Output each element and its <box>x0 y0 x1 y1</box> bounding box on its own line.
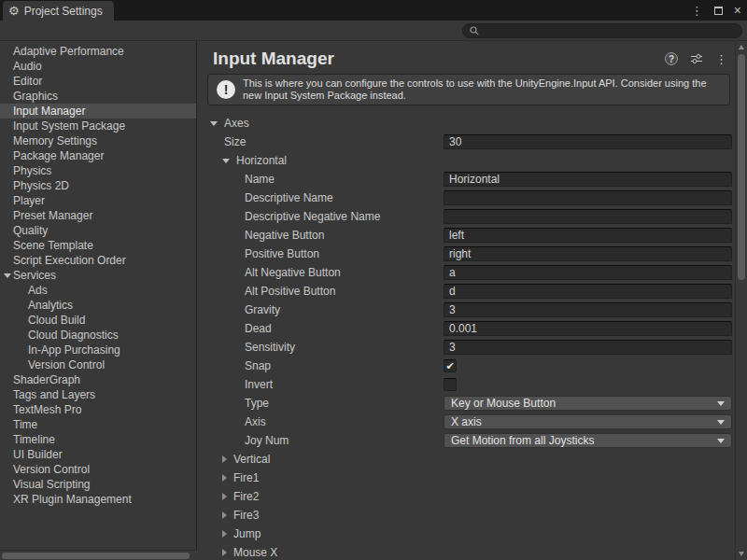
negative-button-field[interactable] <box>444 228 732 243</box>
foldout-row-mouse-x[interactable]: Mouse X <box>197 543 735 560</box>
foldout-arrow-icon[interactable] <box>222 549 227 556</box>
sidebar-item-shadergraph[interactable]: ShaderGraph <box>0 372 196 387</box>
foldout-arrow-icon[interactable] <box>222 511 227 519</box>
foldout-arrow-icon[interactable] <box>222 455 227 463</box>
search-box[interactable] <box>462 23 742 38</box>
property-label: Size <box>224 135 246 148</box>
sidebar-item-services-cloud-build[interactable]: Cloud Build <box>0 313 196 328</box>
vertical-scroll-thumb[interactable] <box>738 54 745 280</box>
foldout-row-fire3[interactable]: Fire3 <box>197 506 735 525</box>
size-field[interactable] <box>444 134 732 149</box>
type-dropdown[interactable]: Key or Mouse Button <box>444 396 732 411</box>
sensitivity-field[interactable] <box>444 340 732 355</box>
sidebar-item-physics[interactable]: Physics <box>0 163 196 178</box>
kebab-menu-icon[interactable]: ⋮ <box>715 52 727 66</box>
name-field[interactable] <box>444 172 732 187</box>
sidebar-item-label: Version Control <box>28 358 105 371</box>
foldout-row-axes[interactable]: Axes <box>197 114 735 133</box>
label-cell: Positive Button <box>197 247 444 260</box>
tab-project-settings[interactable]: ⚙ Project Settings <box>3 1 114 21</box>
sidebar-item-version-control[interactable]: Version Control <box>0 462 196 477</box>
sidebar-item-physics-2d[interactable]: Physics 2D <box>0 178 196 193</box>
sidebar-item-time[interactable]: Time <box>0 417 196 432</box>
descriptive-negative-name-field[interactable] <box>444 209 732 224</box>
sidebar-item-label: UI Builder <box>13 448 63 461</box>
foldout-arrow-icon[interactable] <box>222 493 227 500</box>
foldout-arrow-icon[interactable] <box>222 474 227 482</box>
sidebar-item-input-manager[interactable]: Input Manager <box>0 104 196 119</box>
sidebar-item-services-analytics[interactable]: Analytics <box>0 298 196 313</box>
sidebar-item-timeline[interactable]: Timeline <box>0 432 196 447</box>
invert-checkbox[interactable] <box>444 378 457 391</box>
sidebar-item-services-in-app-purchasing[interactable]: In-App Purchasing <box>0 343 196 357</box>
preset-sliders-icon[interactable] <box>690 53 703 64</box>
sidebar-item-package-manager[interactable]: Package Manager <box>0 148 196 163</box>
sidebar-item-input-system-package[interactable]: Input System Package <box>0 119 196 133</box>
property-label: Fire1 <box>233 471 259 484</box>
sidebar-item-label: Visual Scripting <box>13 478 91 491</box>
property-label: Positive Button <box>245 247 319 260</box>
label-cell: Negative Button <box>197 229 444 242</box>
label-cell: Type <box>197 397 444 410</box>
sidebar-item-editor[interactable]: Editor <box>0 74 196 89</box>
sidebar-item-services[interactable]: Services <box>0 268 196 283</box>
sidebar-item-graphics[interactable]: Graphics <box>0 89 196 104</box>
foldout-arrow-icon[interactable] <box>4 273 11 278</box>
dead-field[interactable] <box>444 321 732 336</box>
sidebar-horizontal-scrollbar[interactable] <box>0 550 197 560</box>
sidebar-item-ui-builder[interactable]: UI Builder <box>0 447 196 462</box>
foldout-row-jump[interactable]: Jump <box>197 525 735 543</box>
horizontal-scroll-thumb[interactable] <box>2 553 190 559</box>
sidebar-item-textmesh-pro[interactable]: TextMesh Pro <box>0 402 196 417</box>
help-icon[interactable]: ? <box>665 52 678 65</box>
sidebar-item-xr-plugin-management[interactable]: XR Plugin Management <box>0 492 196 507</box>
scroll-down-icon[interactable] <box>739 552 744 556</box>
property-label: Vertical <box>233 453 270 466</box>
sidebar-item-preset-manager[interactable]: Preset Manager <box>0 208 196 223</box>
gravity-field[interactable] <box>444 302 732 317</box>
scroll-up-icon[interactable] <box>739 45 744 49</box>
sidebar-item-tags-and-layers[interactable]: Tags and Layers <box>0 387 196 402</box>
alt-positive-button-field[interactable] <box>444 284 732 299</box>
foldout-row-horizontal[interactable]: Horizontal <box>197 151 735 170</box>
close-icon[interactable]: × <box>734 4 741 17</box>
property-label: Horizontal <box>236 154 287 167</box>
descriptive-name-field[interactable] <box>444 190 732 205</box>
sidebar-item-visual-scripting[interactable]: Visual Scripting <box>0 477 196 492</box>
foldout-arrow-icon[interactable] <box>210 121 218 126</box>
foldout-row-fire2[interactable]: Fire2 <box>197 487 735 506</box>
sidebar-item-quality[interactable]: Quality <box>0 223 196 238</box>
sidebar-item-player[interactable]: Player <box>0 193 196 208</box>
property-label: Negative Button <box>245 229 324 242</box>
positive-button-field[interactable] <box>444 246 732 261</box>
sidebar-item-services-ads[interactable]: Ads <box>0 283 196 298</box>
search-input[interactable] <box>483 25 735 36</box>
sidebar-item-script-execution-order[interactable]: Script Execution Order <box>0 253 196 268</box>
sidebar-item-services-cloud-diagnostics[interactable]: Cloud Diagnostics <box>0 328 196 343</box>
property-label: Name <box>245 173 275 186</box>
sidebar-item-audio[interactable]: Audio <box>0 59 196 74</box>
sidebar-item-label: ShaderGraph <box>13 373 80 386</box>
maximize-icon[interactable] <box>714 7 723 15</box>
joy-num-dropdown[interactable]: Get Motion from all Joysticks <box>444 433 732 448</box>
search-icon <box>470 26 479 35</box>
snap-checkbox[interactable]: ✔ <box>444 359 457 372</box>
sidebar-item-memory-settings[interactable]: Memory Settings <box>0 133 196 148</box>
property-label: Joy Num <box>245 434 289 447</box>
sidebar-item-services-version-control[interactable]: Version Control <box>0 357 196 372</box>
label-cell: Fire3 <box>197 509 444 522</box>
property-row-joy-num: Joy NumGet Motion from all Joysticks <box>197 431 735 450</box>
foldout-arrow-icon[interactable] <box>222 530 227 538</box>
sidebar-item-adaptive-performance[interactable]: Adaptive Performance <box>0 44 196 59</box>
property-label: Descriptive Negative Name <box>245 210 380 223</box>
foldout-arrow-icon[interactable] <box>222 159 230 163</box>
foldout-row-vertical[interactable]: Vertical <box>197 450 735 469</box>
foldout-row-fire1[interactable]: Fire1 <box>197 469 735 487</box>
sidebar-item-scene-template[interactable]: Scene Template <box>0 238 196 253</box>
alt-negative-button-field[interactable] <box>444 265 732 280</box>
label-cell: Horizontal <box>197 154 444 167</box>
window-menu-icon[interactable]: ⋮ <box>691 5 703 17</box>
vertical-scrollbar[interactable] <box>735 41 747 560</box>
property-row-negative-button: Negative Button <box>197 226 735 245</box>
axis-dropdown[interactable]: X axis <box>444 414 732 429</box>
